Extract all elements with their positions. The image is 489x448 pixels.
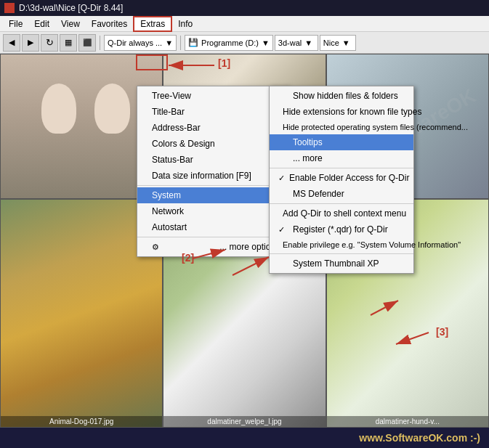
- folder1-dropdown[interactable]: 3d-wal ▼: [275, 35, 318, 51]
- extras-section3: ⚙ ... more options: [137, 237, 288, 256]
- extras-menu: Tree-View ▶ Title-Bar ▶ Address-Bar ▶ Co…: [137, 86, 289, 257]
- thumb-dal-hund-label: dalmatiner-hund-v...: [327, 416, 488, 427]
- menu-data-size[interactable]: Data size information [F9]: [137, 168, 288, 184]
- folder1-label: 3d-wal: [278, 38, 302, 47]
- menu-colors-design[interactable]: Colors & Design ▶: [137, 136, 288, 152]
- extras-section1: Tree-View ▶ Title-Bar ▶ Address-Bar ▶ Co…: [137, 86, 288, 186]
- menu-autostart[interactable]: Autostart: [137, 219, 288, 235]
- title-bar: D:\3d-wal\Nice [Q-Dir 8.44]: [0, 0, 489, 16]
- drive-label: Programme (D:): [201, 38, 259, 47]
- menu-info[interactable]: Info: [172, 17, 198, 30]
- menu-address-bar[interactable]: Address-Bar ▶: [137, 120, 288, 136]
- sys-divider1: [270, 168, 413, 168]
- grid-button[interactable]: ▦: [60, 34, 77, 52]
- menu-favorites[interactable]: Favorites: [86, 17, 133, 30]
- folder2-label: Nice: [323, 38, 339, 47]
- menu-extras[interactable]: Extras: [133, 16, 172, 32]
- menu-tree-view[interactable]: Tree-View ▶: [137, 88, 288, 104]
- extras-section2: System ▶ Network ▶ Autostart: [137, 186, 288, 237]
- sys-ms-defender[interactable]: MS Defender: [270, 186, 413, 202]
- sys-tooltips[interactable]: Tooltips: [270, 134, 413, 150]
- menu-edit[interactable]: Edit: [28, 17, 55, 30]
- sys-enable-privilege[interactable]: Enable privilege e.g. "System Volume Inf…: [270, 237, 413, 252]
- folder2-arrow: ▼: [342, 38, 350, 47]
- folder2-dropdown[interactable]: Nice ▼: [320, 35, 356, 51]
- sys-hide-ext[interactable]: Hide extensions for known file types: [270, 104, 413, 120]
- folder1-arrow: ▼: [304, 38, 312, 47]
- menu-view[interactable]: View: [55, 17, 86, 30]
- qdir-always-label: Q-Dir always ...: [108, 38, 162, 47]
- status-text: www.SoftwareOK.com :-): [359, 432, 480, 444]
- menu-status-bar[interactable]: Status-Bar ▶: [137, 152, 288, 168]
- menu-system[interactable]: System ▶: [137, 187, 288, 203]
- menu-network[interactable]: Network ▶: [137, 203, 288, 219]
- status-bar: www.SoftwareOK.com :-): [0, 428, 489, 448]
- thumb-dog-label: Animal-Dog-017.jpg: [1, 416, 162, 427]
- toolbar: ◀ ▶ ↻ ▦ ⬛ Q-Dir always ... ▼ 💾 Programme…: [0, 32, 489, 54]
- sys-add-shell[interactable]: Add Q-Dir to shell context menu: [270, 205, 413, 221]
- sys-register-qdr[interactable]: ✓ Register (*.qdr) for Q-Dir: [270, 221, 413, 237]
- drive-arrow: ▼: [262, 38, 270, 47]
- forward-button[interactable]: ▶: [22, 34, 39, 52]
- refresh-button[interactable]: ↻: [41, 34, 58, 52]
- qdir-dropdown-arrow: ▼: [165, 38, 173, 47]
- system-submenu: Show hidden files & folders Hide extensi…: [269, 86, 414, 274]
- toolbar-separator2: [180, 36, 181, 50]
- sys-thumb-xp[interactable]: System Thumbnail XP: [270, 256, 413, 272]
- toolbar-separator: [100, 36, 100, 50]
- sys-show-hidden[interactable]: Show hidden files & folders: [270, 88, 413, 104]
- menu-more-options[interactable]: ⚙ ... more options: [137, 239, 288, 255]
- qdir-always-dropdown[interactable]: Q-Dir always ... ▼: [104, 35, 177, 51]
- menu-file[interactable]: File: [3, 17, 28, 30]
- thumb-dal-label: dalmatiner_welpe_l.jpg: [163, 416, 325, 427]
- sys-enable-folder[interactable]: ✓ Enable Folder Access for Q-Dir: [270, 170, 413, 186]
- main-area: SoftwareOK Animal-Dog-017.jpg dalmatiner…: [0, 54, 489, 428]
- menu-title-bar[interactable]: Title-Bar ▶: [137, 104, 288, 120]
- sys-divider2: [270, 203, 413, 204]
- nav-button[interactable]: ⬛: [78, 34, 96, 52]
- drive-dropdown[interactable]: 💾 Programme (D:) ▼: [185, 35, 273, 51]
- back-button[interactable]: ◀: [3, 34, 20, 52]
- app-icon: [4, 3, 15, 13]
- sys-hide-protected[interactable]: Hide protected operating system files (r…: [270, 120, 413, 134]
- sys-more[interactable]: ... more: [270, 150, 413, 166]
- menu-bar: File Edit View Favorites Extras Info: [0, 16, 489, 32]
- sys-divider3: [270, 253, 413, 254]
- window-title: D:\3d-wal\Nice [Q-Dir 8.44]: [19, 3, 123, 13]
